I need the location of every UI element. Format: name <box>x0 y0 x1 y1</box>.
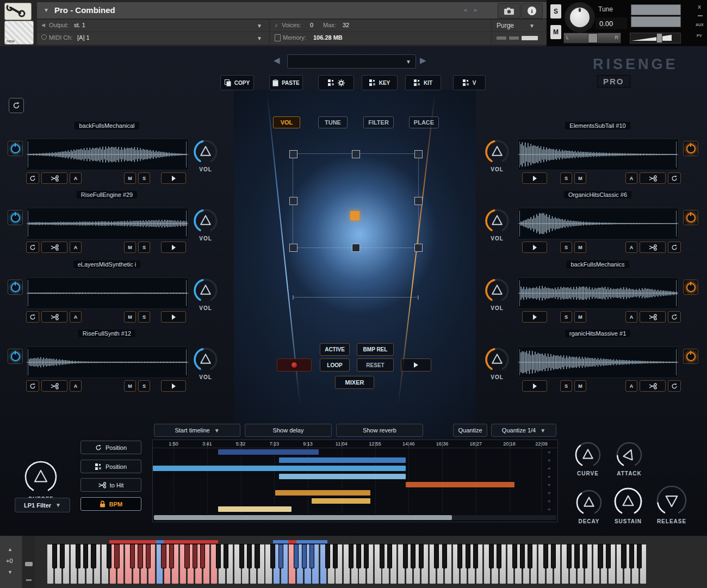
slot-loop-button[interactable] <box>26 380 39 392</box>
v-map-button[interactable]: V <box>453 75 486 90</box>
title-dropdown-caret[interactable]: ▼ <box>44 7 49 13</box>
waveform-display[interactable] <box>26 139 189 170</box>
black-key[interactable] <box>325 544 330 568</box>
sample-name[interactable]: eLayersMidSynthetic i <box>26 261 188 268</box>
black-key[interactable] <box>528 544 532 568</box>
purge-dropdown-caret[interactable]: ▼ <box>529 23 535 29</box>
keyboard-collapse-dash[interactable] <box>26 579 32 581</box>
slot-solo-button[interactable]: S <box>560 311 572 323</box>
close-x-label[interactable]: X <box>698 4 701 10</box>
timeline-row-settings-icon[interactable]: » <box>546 482 552 488</box>
show-delay-button[interactable]: Show delay <box>245 424 332 437</box>
black-key[interactable] <box>60 544 65 568</box>
slot-solo-button[interactable]: S <box>560 380 572 392</box>
sample-name[interactable]: backFullsMechanics <box>518 261 678 268</box>
black-key[interactable] <box>551 544 556 568</box>
master-pan-slider[interactable]: L R <box>563 33 621 44</box>
slot-play-button[interactable] <box>161 242 186 253</box>
slot-mute-button[interactable]: M <box>124 242 136 253</box>
black-key[interactable] <box>138 544 142 568</box>
purge-label[interactable]: Purge <box>497 22 514 29</box>
slot-volume-knob[interactable]: VOL <box>482 345 512 381</box>
mixer-button[interactable]: MIXER <box>335 376 374 389</box>
black-key[interactable] <box>364 544 369 568</box>
black-key[interactable] <box>497 544 501 568</box>
black-key[interactable] <box>567 544 572 568</box>
loop-position-button[interactable]: Position <box>80 441 141 454</box>
black-key[interactable] <box>473 544 478 568</box>
keyboard-drag-handle[interactable] <box>25 562 33 566</box>
tune-value[interactable]: 0.00 <box>599 20 613 28</box>
waveform-display[interactable] <box>518 346 679 378</box>
sample-name[interactable]: ElementsSubTail #10 <box>518 122 678 129</box>
black-key[interactable] <box>411 544 415 568</box>
xy-pad-handle[interactable] <box>414 244 423 252</box>
sample-name[interactable]: backFullsMechanical <box>26 122 188 129</box>
black-key[interactable] <box>434 544 439 568</box>
black-key[interactable] <box>239 544 244 568</box>
output-dropdown-caret[interactable]: ▼ <box>257 23 262 29</box>
sample-name[interactable]: RiseFullEngine #29 <box>26 191 188 198</box>
waveform-display[interactable] <box>26 277 189 309</box>
slot-cut-button[interactable] <box>41 242 67 253</box>
quantize-amount-dropdown[interactable]: Quantize 1/4 ▼ <box>491 424 556 437</box>
black-key[interactable] <box>294 544 299 568</box>
slot-power-button[interactable] <box>683 210 698 225</box>
black-key[interactable] <box>224 544 228 568</box>
black-key[interactable] <box>169 544 174 568</box>
sample-name[interactable]: RiseFullSynth #12 <box>26 330 188 337</box>
black-key[interactable] <box>255 544 259 568</box>
timeline-bar-row-8[interactable] <box>218 506 292 512</box>
waveform-display[interactable] <box>26 346 189 378</box>
max-voices-value[interactable]: 32 <box>343 22 349 28</box>
slot-mute-button[interactable]: M <box>124 380 136 392</box>
slot-auto-button[interactable]: A <box>70 172 82 184</box>
attack-knob[interactable]: ATTACK <box>612 438 646 479</box>
black-key[interactable] <box>356 544 361 568</box>
slot-volume-knob[interactable]: VOL <box>190 345 221 381</box>
slot-power-button[interactable] <box>683 280 698 295</box>
black-key[interactable] <box>247 544 252 568</box>
transpose-down-arrow[interactable]: ▼ <box>8 570 13 575</box>
black-key[interactable] <box>184 544 189 568</box>
bmp-rel-button[interactable]: BMP REL <box>357 343 394 356</box>
slot-mute-button[interactable]: M <box>574 242 586 253</box>
slot-loop-button[interactable] <box>668 172 681 184</box>
slot-auto-button[interactable]: A <box>625 172 637 184</box>
waveform-display[interactable] <box>26 208 189 239</box>
sample-name[interactable]: OrganicHitsClassic #6 <box>518 191 678 198</box>
black-key[interactable] <box>114 544 119 568</box>
new-instrument-button[interactable]: new <box>4 21 34 45</box>
arrangement-timeline[interactable]: 1:503:415:327:239:1311:0412:5514:4616:36… <box>152 440 558 522</box>
slot-solo-button[interactable]: S <box>560 242 572 253</box>
timeline-row-settings-icon[interactable]: » <box>546 498 552 504</box>
quantize-button[interactable]: Quantize <box>453 424 487 437</box>
bpm-lock-button[interactable]: BPM <box>80 497 141 511</box>
black-key[interactable] <box>193 544 197 568</box>
slot-loop-button[interactable] <box>668 311 681 323</box>
slot-power-button[interactable] <box>8 280 23 295</box>
collapse-arrow-icon[interactable]: ◀ <box>41 22 45 28</box>
xy-pad-handle[interactable] <box>352 150 360 158</box>
slot-cut-button[interactable] <box>41 311 67 323</box>
waveform-display[interactable] <box>518 139 679 170</box>
black-key[interactable] <box>161 544 166 568</box>
instrument-titlebar[interactable]: ▼ Pro - Combined ◂ ▸ <box>37 2 547 18</box>
master-mute-button[interactable]: M <box>550 25 561 39</box>
slot-cut-button[interactable] <box>640 311 666 323</box>
reload-button[interactable] <box>9 98 24 113</box>
slot-volume-knob[interactable]: VOL <box>482 276 512 312</box>
next-instrument-arrow[interactable]: ▸ <box>474 7 477 13</box>
master-tune-knob[interactable] <box>565 2 595 33</box>
waveform-display[interactable] <box>518 277 679 309</box>
reset-button[interactable]: RESET <box>357 358 394 372</box>
xy-pad-handle[interactable] <box>289 150 297 158</box>
aux-label[interactable]: AUX <box>696 23 704 27</box>
master-solo-button[interactable]: S <box>550 4 561 18</box>
preset-dropdown-caret[interactable]: ▼ <box>406 59 411 65</box>
slot-mute-button[interactable]: M <box>574 172 586 184</box>
paste-button[interactable]: PASTE <box>269 75 303 90</box>
black-key[interactable] <box>637 544 642 568</box>
black-key[interactable] <box>466 544 470 568</box>
slot-solo-button[interactable]: S <box>138 172 150 184</box>
